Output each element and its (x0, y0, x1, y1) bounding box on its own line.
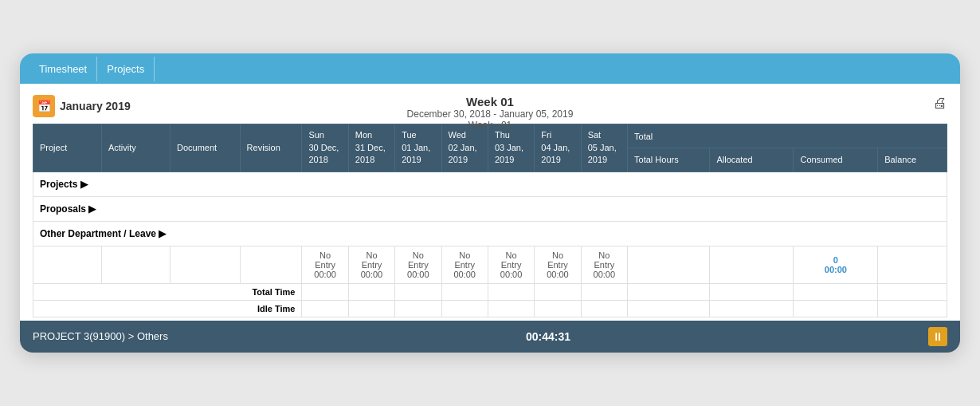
th-tue: Tue01 Jan,2019 (395, 124, 441, 171)
section-other-label: Other Department / Leave ▶ (33, 221, 947, 246)
tt-balance (878, 283, 947, 300)
ne-sat[interactable]: No Entry 00:00 (581, 246, 627, 283)
ne-fri-time: 00:00 (541, 270, 574, 279)
week-sub: Week - 01 (407, 120, 574, 131)
month-label: January 2019 (60, 100, 131, 112)
tt-sat (581, 283, 627, 300)
week-info: Week 01 December 30, 2018 - January 05, … (407, 95, 574, 131)
it-sun (302, 300, 348, 317)
footer-bar: PROJECT 3(91900) > Others 00:44:31 ⏸ (20, 321, 960, 353)
th-consumed: Consumed (794, 148, 878, 171)
content-area: 📅 January 2019 Week 01 December 30, 2018… (20, 84, 960, 317)
th-project: Project (33, 124, 102, 171)
ne-fri[interactable]: No Entry 00:00 (535, 246, 581, 283)
it-balance (878, 300, 947, 317)
it-mon (348, 300, 394, 317)
ne-totalhours (628, 246, 710, 283)
tt-totalhours (628, 283, 710, 300)
total-time-row: Total Time (33, 283, 947, 300)
no-entry-row: No Entry 00:00 No Entry 00:00 No Entry 0… (33, 246, 947, 283)
th-allocated: Allocated (710, 148, 794, 171)
ne-sun[interactable]: No Entry 00:00 (302, 246, 348, 283)
ne-revision (240, 246, 302, 283)
ne-consumed: 0 00:00 (794, 246, 878, 283)
th-activity: Activity (101, 124, 170, 171)
footer-project: PROJECT 3(91900) > Others (33, 330, 168, 342)
th-document: Document (170, 124, 240, 171)
tt-sun (302, 283, 348, 300)
ne-wed-time: 00:00 (449, 270, 481, 279)
th-total-hours: Total Hours (628, 148, 710, 171)
ne-sun-label: No Entry (308, 250, 341, 270)
week-dates: December 30, 2018 - January 05, 2019 (407, 108, 574, 120)
ne-mon[interactable]: No Entry 00:00 (348, 246, 394, 283)
ne-tue-label: No Entry (402, 250, 434, 270)
section-projects-label: Projects ▶ (33, 171, 947, 196)
print-icon[interactable]: 🖨 (933, 95, 947, 112)
th-balance: Balance (878, 148, 947, 171)
nav-projects[interactable]: Projects (97, 57, 155, 81)
month-badge: 📅 January 2019 (33, 95, 131, 117)
ne-thu-time: 00:00 (495, 270, 527, 279)
th-total-group: Total (628, 124, 947, 148)
ne-mon-time: 00:00 (355, 270, 388, 279)
pause-icon[interactable]: ⏸ (928, 327, 947, 346)
tt-thu (488, 283, 534, 300)
tt-mon (348, 283, 394, 300)
section-proposals-label: Proposals ▶ (33, 196, 947, 221)
section-other[interactable]: Other Department / Leave ▶ (33, 221, 947, 246)
header-row: 📅 January 2019 Week 01 December 30, 2018… (33, 95, 947, 117)
it-consumed (794, 300, 878, 317)
th-revision: Revision (240, 124, 302, 171)
ne-fri-label: No Entry (541, 250, 574, 270)
ne-tue-time: 00:00 (402, 270, 434, 279)
nav-timesheet[interactable]: Timesheet (29, 57, 97, 81)
idle-time-row: Idle Time (33, 300, 947, 317)
ne-document (170, 246, 240, 283)
it-fri (535, 300, 581, 317)
ne-activity (101, 246, 170, 283)
total-time-label: Total Time (33, 283, 302, 300)
footer-timer: 00:44:31 (526, 330, 570, 343)
section-proposals[interactable]: Proposals ▶ (33, 196, 947, 221)
ne-thu[interactable]: No Entry 00:00 (488, 246, 534, 283)
th-sat: Sat05 Jan,2019 (581, 124, 627, 171)
tt-wed (441, 283, 488, 300)
ne-thu-label: No Entry (495, 250, 527, 270)
th-wed: Wed02 Jan,2019 (441, 124, 488, 171)
ne-project (33, 246, 102, 283)
ne-consumed-num: 0 (800, 255, 871, 265)
th-sun: Sun30 Dec,2018 (302, 124, 348, 171)
it-sat (581, 300, 627, 317)
it-thu (488, 300, 534, 317)
th-thu: Thu03 Jan,2019 (488, 124, 534, 171)
it-tue (395, 300, 441, 317)
top-nav: Timesheet Projects (20, 53, 960, 84)
it-allocated (710, 300, 794, 317)
it-wed (441, 300, 488, 317)
ne-sun-time: 00:00 (308, 270, 341, 279)
idle-time-label: Idle Time (33, 300, 302, 317)
ne-mon-label: No Entry (355, 250, 388, 270)
th-mon: Mon31 Dec,2018 (348, 124, 394, 171)
ne-balance (878, 246, 947, 283)
th-fri: Fri04 Jan,2019 (535, 124, 581, 171)
tt-allocated (710, 283, 794, 300)
section-projects[interactable]: Projects ▶ (33, 171, 947, 196)
ne-allocated (710, 246, 794, 283)
ne-tue[interactable]: No Entry 00:00 (395, 246, 441, 283)
ne-sat-time: 00:00 (588, 270, 621, 279)
timesheet-table: Project Activity Document Revision Sun30… (33, 124, 947, 317)
tt-consumed (794, 283, 878, 300)
ne-wed[interactable]: No Entry 00:00 (441, 246, 488, 283)
ne-wed-label: No Entry (449, 250, 481, 270)
it-totalhours (628, 300, 710, 317)
tt-tue (395, 283, 441, 300)
ne-consumed-time: 00:00 (800, 265, 871, 274)
week-title: Week 01 (407, 95, 574, 108)
ne-sat-label: No Entry (588, 250, 621, 270)
calendar-icon[interactable]: 📅 (33, 95, 55, 117)
tt-fri (535, 283, 581, 300)
